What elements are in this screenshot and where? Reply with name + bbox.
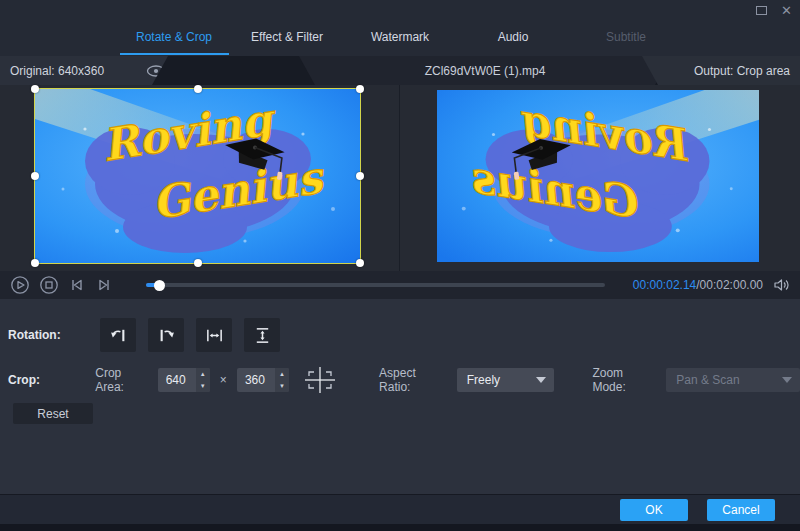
- aspect-ratio-caret-icon: [536, 377, 546, 383]
- dialog-footer: OK Cancel: [0, 494, 800, 524]
- flip-horizontal-button[interactable]: [196, 318, 232, 352]
- reset-button[interactable]: Reset: [13, 403, 93, 424]
- crop-label: Crop:: [8, 373, 95, 387]
- total-time: 00:02:00.00: [700, 278, 763, 292]
- output-tab: Output: Crop area: [642, 56, 800, 85]
- crop-width-down-icon[interactable]: ▼: [196, 380, 210, 392]
- tab-watermark[interactable]: Watermark: [344, 22, 457, 56]
- time-display: 00:00:02.14/00:02:00.00: [633, 278, 763, 292]
- rotate-right-button[interactable]: [148, 318, 184, 352]
- tab-rotate-crop[interactable]: Rotate & Crop: [118, 22, 231, 56]
- original-size-tab: Original: 640x360: [0, 56, 168, 85]
- crop-width-up-icon[interactable]: ▲: [196, 368, 210, 380]
- zoom-mode-dropdown: Pan & Scan: [666, 368, 800, 392]
- tab-bar: Rotate & Crop Effect & Filter Watermark …: [0, 22, 800, 56]
- crop-area-label: Crop Area:: [95, 366, 149, 394]
- filename-label: ZCl69dVtW0E (1).mp4: [425, 64, 546, 78]
- timeline-slider[interactable]: [146, 283, 605, 287]
- tab-audio[interactable]: Audio: [457, 22, 570, 56]
- filename-tab: ZCl69dVtW0E (1).mp4: [299, 56, 671, 85]
- rotation-row: Rotation:: [8, 318, 800, 352]
- rotation-label: Rotation:: [8, 328, 100, 342]
- preview-area: Roving Genius: [0, 85, 800, 271]
- tab-effect-filter[interactable]: Effect & Filter: [231, 22, 344, 56]
- next-frame-button[interactable]: [95, 276, 113, 294]
- crop-width-input[interactable]: [158, 368, 196, 392]
- eye-icon[interactable]: [146, 64, 166, 78]
- zoom-mode-caret-icon: [782, 377, 792, 383]
- previous-frame-button[interactable]: [68, 276, 86, 294]
- preview-header: Original: 640x360 ZCl69dVtW0E (1).mp4 Ou…: [0, 56, 800, 85]
- app-window: ✕ Rotate & Crop Effect & Filter Watermar…: [0, 0, 800, 531]
- crop-height-input[interactable]: [237, 368, 275, 392]
- zoom-mode-value: Pan & Scan: [676, 373, 739, 387]
- cancel-button[interactable]: Cancel: [707, 499, 775, 521]
- stop-button[interactable]: [39, 275, 59, 295]
- volume-icon[interactable]: [773, 277, 790, 293]
- original-preview-pane: Roving Genius: [0, 85, 400, 271]
- edit-controls: Rotation:: [0, 299, 800, 494]
- playback-bar: 00:00:02.14/00:02:00.00: [0, 271, 800, 299]
- aspect-ratio-dropdown[interactable]: Freely: [457, 368, 555, 392]
- original-size-label: Original: 640x360: [10, 64, 104, 78]
- maximize-icon[interactable]: [756, 6, 767, 15]
- ok-button[interactable]: OK: [620, 499, 688, 521]
- crop-crosshair-icon: [305, 367, 335, 393]
- flip-vertical-button[interactable]: [244, 318, 280, 352]
- tab-subtitle: Subtitle: [570, 22, 683, 56]
- play-button[interactable]: [10, 275, 30, 295]
- crop-width-stepper: ▲ ▼: [158, 368, 210, 392]
- crop-height-stepper: ▲ ▼: [237, 368, 289, 392]
- aspect-ratio-value: Freely: [467, 373, 500, 387]
- crop-height-down-icon[interactable]: ▼: [275, 380, 289, 392]
- current-time: 00:00:02.14: [633, 278, 696, 292]
- titlebar: ✕: [0, 0, 800, 22]
- zoom-mode-label: Zoom Mode:: [592, 366, 656, 394]
- crop-row: Crop: Crop Area: ▲ ▼ × ▲ ▼: [8, 366, 800, 394]
- output-preview-pane: Roving Genius: [400, 85, 800, 271]
- output-label: Output: Crop area: [694, 64, 790, 78]
- close-icon[interactable]: ✕: [781, 4, 792, 17]
- output-video-preview: Roving Genius: [437, 90, 759, 262]
- times-separator: ×: [220, 373, 227, 387]
- window-bottom-edge: [0, 524, 800, 531]
- timeline-thumb[interactable]: [154, 280, 165, 291]
- crop-height-up-icon[interactable]: ▲: [275, 368, 289, 380]
- rotate-left-button[interactable]: [100, 318, 136, 352]
- aspect-ratio-label: Aspect Ratio:: [379, 366, 447, 394]
- original-video-preview: Roving Genius: [35, 89, 360, 263]
